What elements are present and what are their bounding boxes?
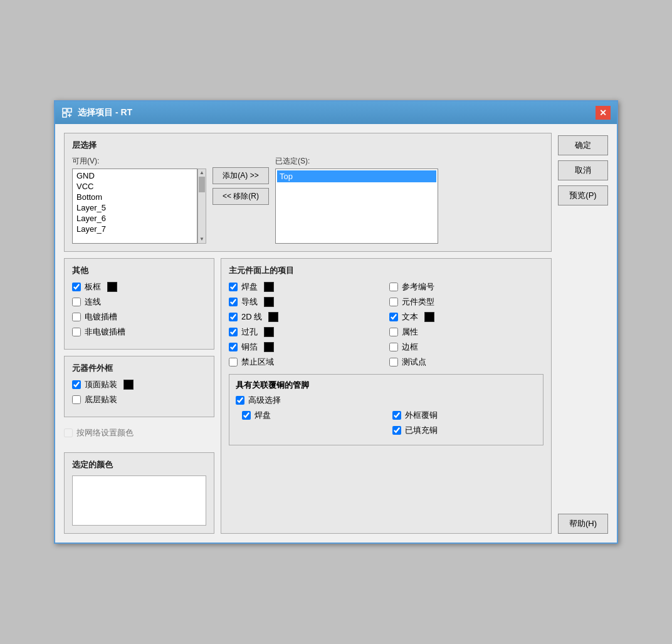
checkbox-已填充铜: 已填充铜	[392, 425, 537, 436]
list-item[interactable]: Layer_6	[74, 213, 196, 224]
svg-rect-1	[68, 108, 71, 112]
title-bar-left: 选择项目 - RT	[61, 107, 132, 118]
close-button[interactable]: ✕	[596, 106, 611, 120]
checkbox-高级选择-label: 高级选择	[248, 395, 281, 406]
checkbox-非电镀插槽-input[interactable]	[72, 328, 81, 336]
checkbox-过孔-label: 过孔	[241, 326, 258, 338]
main-component-right: 参考编号 元件类型 文本	[389, 281, 543, 371]
checkbox-禁止区域-input[interactable]	[229, 358, 238, 366]
checkbox-板框-input[interactable]	[72, 283, 81, 291]
window-content: 层选择 可用(V): GND VCC Bottom Layer_5 Layer_…	[55, 124, 617, 543]
checkbox-高级选择-input[interactable]	[236, 396, 244, 405]
checkbox-边框-label: 边框	[402, 341, 418, 353]
checkbox-连线: 连线	[72, 296, 206, 308]
checkbox-参考编号-label: 参考编号	[402, 281, 434, 293]
color-swatch-导线[interactable]	[264, 297, 274, 307]
checkbox-文本: 文本	[389, 311, 543, 323]
checkbox-copper-焊盘-input[interactable]	[242, 411, 251, 420]
copper-left: 焊盘	[242, 410, 386, 440]
selected-color-section: 选定的颜色	[64, 452, 214, 534]
selected-label: 已选定(S):	[275, 156, 438, 167]
remove-button[interactable]: << 移除(R)	[213, 188, 269, 205]
color-swatch-2D线[interactable]	[268, 312, 278, 322]
list-item[interactable]: GND	[74, 170, 196, 181]
checkbox-2D线-input[interactable]	[229, 313, 238, 321]
help-button[interactable]: 帮助(H)	[558, 514, 608, 534]
cancel-button[interactable]: 取消	[558, 160, 608, 180]
checkbox-已填充铜-label: 已填充铜	[405, 425, 438, 436]
checkbox-非电镀插槽-label: 非电镀插槽	[85, 326, 125, 338]
net-color-row: 按网络设置颜色	[64, 423, 214, 446]
color-swatch-文本[interactable]	[424, 312, 434, 322]
checkbox-焊盘-input[interactable]	[229, 283, 238, 291]
checkbox-导线-input[interactable]	[229, 298, 238, 306]
checkbox-已填充铜-input[interactable]	[392, 426, 401, 435]
copper-inner-grid: 焊盘 外框覆铜	[236, 410, 537, 440]
other-section: 其他 板框 连线 电镀插槽	[64, 258, 214, 350]
checkbox-外框覆铜: 外框覆铜	[392, 410, 537, 421]
checkbox-外框覆铜-input[interactable]	[392, 411, 401, 420]
component-outline-section: 元器件外框 顶面贴装 底层贴装	[64, 356, 214, 417]
main-window: 选择项目 - RT ✕ 层选择 可用(V): GND VCC Bottom	[54, 100, 618, 544]
color-swatch-铜箔[interactable]	[264, 342, 274, 352]
color-swatch-顶面贴装[interactable]	[123, 380, 134, 390]
copper-section: 具有关联覆铜的管脚 高级选择 焊盘	[229, 374, 543, 445]
bottom-sections: 其他 板框 连线 电镀插槽	[64, 258, 552, 534]
checkbox-高级选择: 高级选择	[236, 395, 537, 406]
list-item[interactable]: Bottom	[74, 192, 196, 202]
checkbox-铜箔-input[interactable]	[229, 343, 238, 351]
component-outline-label: 元器件外框	[72, 363, 206, 374]
title-bar: 选择项目 - RT ✕	[55, 101, 617, 124]
ok-button[interactable]: 确定	[558, 135, 608, 155]
list-item[interactable]: Layer_7	[74, 224, 196, 234]
checkbox-参考编号-input[interactable]	[389, 283, 398, 291]
checkbox-元件类型-label: 元件类型	[402, 296, 434, 308]
layer-section-body: 可用(V): GND VCC Bottom Layer_5 Layer_6 La…	[72, 156, 543, 244]
layer-section: 层选择 可用(V): GND VCC Bottom Layer_5 Layer_…	[64, 133, 552, 252]
selected-listbox[interactable]: Top	[275, 169, 438, 244]
checkbox-连线-input[interactable]	[72, 298, 81, 306]
checkbox-过孔-input[interactable]	[229, 328, 238, 336]
checkbox-copper-焊盘: 焊盘	[242, 410, 386, 421]
svg-rect-2	[63, 113, 66, 117]
main-component-grid: 焊盘 导线 2D 线	[229, 281, 543, 371]
copper-right: 外框覆铜 已填充铜	[392, 410, 537, 440]
checkbox-测试点-input[interactable]	[389, 358, 398, 366]
list-item[interactable]: VCC	[74, 181, 196, 192]
other-section-label: 其他	[72, 265, 206, 276]
checkbox-参考编号: 参考编号	[389, 281, 543, 293]
checkbox-禁止区域: 禁止区域	[229, 356, 383, 368]
checkbox-导线: 导线	[229, 296, 383, 308]
checkbox-电镀插槽-label: 电镀插槽	[85, 311, 117, 323]
checkbox-板框-label: 板框	[85, 281, 101, 293]
checkbox-net-color-label: 按网络设置颜色	[76, 427, 134, 439]
transfer-buttons: 添加(A) >> << 移除(R)	[213, 167, 269, 205]
color-swatch-板框[interactable]	[107, 282, 117, 292]
checkbox-2D线: 2D 线	[229, 311, 383, 323]
color-swatch-过孔[interactable]	[264, 327, 274, 337]
checkbox-焊盘: 焊盘	[229, 281, 383, 293]
color-swatch-焊盘[interactable]	[264, 282, 274, 292]
checkbox-过孔: 过孔	[229, 326, 383, 338]
checkbox-文本-input[interactable]	[389, 313, 398, 321]
checkbox-底层贴装: 底层贴装	[72, 394, 206, 405]
checkbox-元件类型: 元件类型	[389, 296, 543, 308]
checkbox-属性-input[interactable]	[389, 328, 398, 336]
checkbox-底层贴装-input[interactable]	[72, 395, 81, 404]
add-button[interactable]: 添加(A) >>	[213, 167, 269, 184]
preview-button[interactable]: 预览(P)	[558, 185, 608, 205]
selected-item[interactable]: Top	[277, 170, 436, 182]
list-item[interactable]: Layer_5	[74, 202, 196, 213]
checkbox-电镀插槽-input[interactable]	[72, 313, 81, 321]
checkbox-铜箔-label: 铜箔	[241, 341, 258, 353]
checkbox-元件类型-input[interactable]	[389, 298, 398, 306]
layer-section-label: 层选择	[72, 140, 543, 151]
checkbox-非电镀插槽: 非电镀插槽	[72, 326, 206, 338]
checkbox-边框-input[interactable]	[389, 343, 398, 351]
available-listbox[interactable]: GND VCC Bottom Layer_5 Layer_6 Layer_7	[72, 169, 197, 244]
checkbox-顶面贴装-input[interactable]	[72, 380, 81, 389]
main-component-section: 主元件面上的项目 焊盘 导	[221, 258, 552, 534]
available-box: 可用(V): GND VCC Bottom Layer_5 Layer_6 La…	[72, 156, 206, 244]
checkbox-禁止区域-label: 禁止区域	[241, 356, 274, 368]
checkbox-net-color-input	[64, 428, 73, 437]
